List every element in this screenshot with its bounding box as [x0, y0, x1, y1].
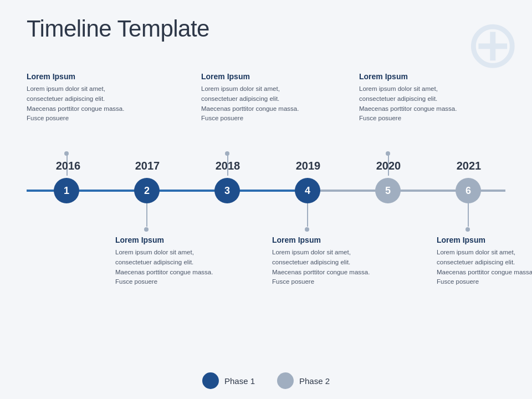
timeline-line	[27, 190, 505, 192]
bottom-card-2-title: Lorem Ipsum	[272, 236, 380, 244]
top-card-3-title: Lorem Ipsum	[359, 72, 467, 81]
node-2: 2	[134, 178, 160, 203]
bottom-card-1-body: Lorem ipsum dolor sit amet, consectetuer…	[115, 248, 223, 287]
top-card-1-body: Lorem ipsum dolor sit amet, consectetuer…	[27, 84, 129, 124]
bottom-card-2-body: Lorem ipsum dolor sit amet, consectetuer…	[272, 248, 380, 287]
year-2019: 2019	[289, 160, 328, 172]
connector-down-6	[468, 203, 469, 227]
top-card-1: Lorem Ipsum Lorem ipsum dolor sit amet, …	[27, 72, 129, 124]
legend-label-phase-2: Phase 2	[299, 376, 330, 386]
year-2020: 2020	[369, 160, 408, 172]
bottom-card-3-body: Lorem ipsum dolor sit amet, consectetuer…	[437, 248, 532, 287]
top-card-2: Lorem Ipsum Lorem ipsum dolor sit amet, …	[201, 72, 309, 124]
dot-up-5	[386, 151, 390, 156]
legend-phase-1: Phase 1	[202, 372, 255, 389]
legend-dot-phase-2	[277, 372, 294, 389]
bottom-card-1-title: Lorem Ipsum	[115, 236, 223, 244]
bottom-card-3: Lorem Ipsum Lorem ipsum dolor sit amet, …	[437, 236, 532, 287]
dot-down-6	[466, 227, 470, 232]
connector-down-4	[307, 203, 308, 227]
bottom-card-2: Lorem Ipsum Lorem ipsum dolor sit amet, …	[272, 236, 380, 287]
top-card-3-body: Lorem ipsum dolor sit amet, consectetuer…	[359, 84, 467, 124]
node-3: 3	[214, 178, 240, 203]
legend: Phase 1 Phase 2	[202, 372, 330, 389]
dot-up-3	[225, 151, 229, 156]
node-1: 1	[54, 178, 79, 203]
bottom-card-3-title: Lorem Ipsum	[437, 236, 532, 244]
year-2021: 2021	[449, 160, 488, 172]
year-2017: 2017	[128, 160, 167, 172]
bottom-card-1: Lorem Ipsum Lorem ipsum dolor sit amet, …	[115, 236, 223, 287]
dot-down-2	[144, 227, 149, 232]
node-4: 4	[295, 178, 320, 203]
top-card-2-title: Lorem Ipsum	[201, 72, 309, 81]
top-card-1-title: Lorem Ipsum	[27, 72, 129, 81]
deco-background-icon: ⊕	[465, 6, 521, 83]
legend-label-phase-1: Phase 1	[224, 376, 255, 386]
connector-down-2	[146, 203, 147, 227]
legend-phase-2: Phase 2	[277, 372, 330, 389]
dot-down-4	[305, 227, 309, 232]
top-card-3: Lorem Ipsum Lorem ipsum dolor sit amet, …	[359, 72, 467, 124]
top-card-2-body: Lorem ipsum dolor sit amet, consectetuer…	[201, 84, 309, 124]
page-title: Timeline Template	[27, 16, 209, 42]
node-5: 5	[375, 178, 401, 203]
legend-dot-phase-1	[202, 372, 219, 389]
timeline-wrapper: Lorem Ipsum Lorem ipsum dolor sit amet, …	[27, 72, 505, 349]
year-2018: 2018	[208, 160, 247, 172]
node-6: 6	[456, 178, 481, 203]
dot-up-1	[64, 151, 69, 156]
year-2016: 2016	[49, 160, 88, 172]
